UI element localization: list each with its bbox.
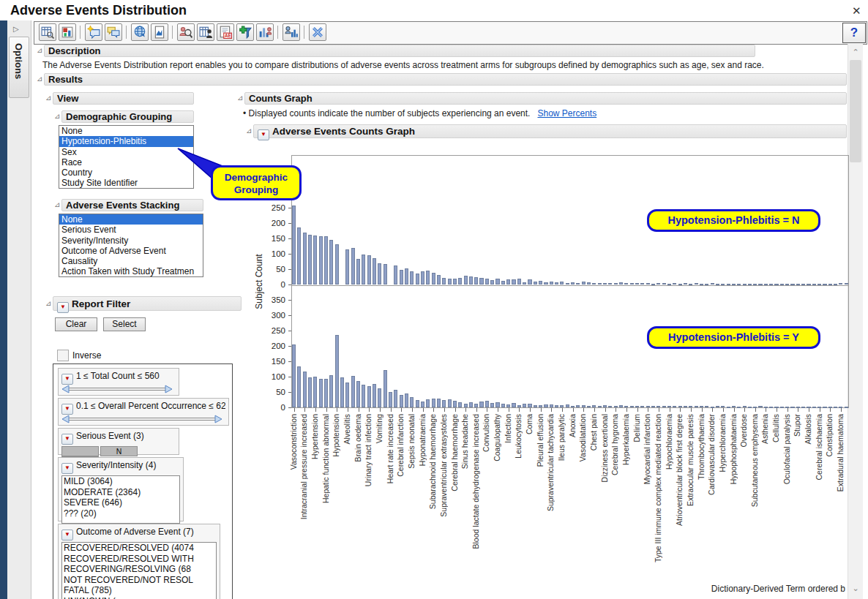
bar[interactable] — [523, 282, 526, 285]
bar[interactable] — [313, 236, 317, 285]
ae-counts-graph-collapse-icon[interactable]: ⊿ — [246, 127, 253, 135]
bar[interactable] — [705, 284, 708, 285]
bar[interactable] — [576, 405, 580, 407]
demographic-grouping-collapse-icon[interactable]: ⊿ — [54, 112, 61, 121]
bar[interactable] — [351, 376, 355, 407]
close-icon[interactable]: ✕ — [852, 4, 861, 18]
filter-menu-icon[interactable]: ▼ — [61, 404, 73, 415]
bar[interactable] — [464, 404, 468, 407]
list-item[interactable]: Severity/Intensity — [59, 236, 203, 246]
bar[interactable] — [410, 271, 414, 285]
bar[interactable] — [571, 406, 575, 408]
bar[interactable] — [801, 407, 805, 408]
bar[interactable] — [608, 283, 612, 285]
bar[interactable] — [512, 403, 515, 407]
bar[interactable] — [571, 282, 575, 285]
bar[interactable] — [566, 404, 569, 407]
subject-counts-icon[interactable] — [256, 23, 274, 41]
bar[interactable] — [624, 283, 628, 285]
bar[interactable] — [506, 279, 510, 285]
subjects-table-icon[interactable] — [197, 23, 214, 41]
bar[interactable] — [769, 284, 773, 285]
bar[interactable] — [780, 284, 784, 285]
bar[interactable] — [335, 244, 339, 285]
filter-list-item[interactable]: SEVERE (646) — [62, 497, 179, 508]
bar[interactable] — [421, 402, 424, 407]
bar[interactable] — [474, 277, 478, 285]
bar[interactable] — [313, 377, 317, 407]
bar[interactable] — [566, 283, 569, 285]
bar[interactable] — [689, 406, 692, 407]
bar[interactable] — [582, 405, 585, 407]
filter-list-item[interactable]: RECOVERING/RESOLVING (68 — [62, 564, 216, 575]
bar[interactable] — [490, 403, 494, 407]
bar[interactable] — [308, 377, 312, 407]
bar[interactable] — [490, 280, 494, 285]
bar[interactable] — [667, 284, 671, 285]
bar[interactable] — [700, 406, 703, 407]
bar[interactable] — [485, 279, 489, 285]
bar[interactable] — [448, 399, 452, 407]
bar[interactable] — [426, 271, 430, 285]
bar[interactable] — [373, 258, 376, 285]
list-item[interactable]: Causality — [59, 256, 203, 266]
bar[interactable] — [716, 406, 719, 407]
list-item[interactable]: None — [59, 126, 193, 136]
bar[interactable] — [721, 284, 725, 285]
list-item[interactable]: Action Taken with Study Treatmen — [59, 266, 203, 276]
bar[interactable] — [517, 405, 521, 407]
bar[interactable] — [356, 259, 360, 285]
bar[interactable] — [603, 283, 607, 285]
bar[interactable] — [555, 282, 558, 285]
add-filter-icon[interactable] — [236, 23, 254, 41]
bar[interactable] — [582, 282, 585, 285]
bar[interactable] — [550, 404, 553, 407]
bar[interactable] — [528, 404, 531, 407]
bar[interactable] — [351, 248, 355, 285]
segment-button[interactable]: N — [100, 446, 138, 456]
bar[interactable] — [512, 279, 515, 285]
bar[interactable] — [711, 283, 714, 285]
bar[interactable] — [378, 388, 381, 407]
inverse-checkbox[interactable] — [57, 350, 69, 361]
bar[interactable] — [506, 404, 510, 407]
bar[interactable] — [635, 283, 639, 285]
bar[interactable] — [555, 405, 558, 407]
bar[interactable] — [437, 399, 441, 407]
bar[interactable] — [560, 405, 564, 407]
report-template-icon[interactable] — [151, 23, 168, 41]
bar[interactable] — [689, 284, 692, 285]
bar[interactable] — [737, 407, 741, 408]
bar[interactable] — [384, 264, 387, 285]
bar[interactable] — [807, 284, 810, 285]
bar[interactable] — [528, 279, 531, 285]
list-item[interactable]: Serious Event — [59, 225, 203, 235]
filter-menu-icon[interactable]: ▼ — [61, 463, 73, 474]
filter-list-item[interactable]: MILD (3064) — [62, 476, 179, 487]
bar[interactable] — [474, 404, 478, 408]
bar[interactable] — [539, 405, 542, 407]
bar[interactable] — [469, 276, 473, 285]
report-filter-menu-icon[interactable]: ▼ — [57, 302, 69, 313]
bar[interactable] — [426, 399, 430, 407]
bar[interactable] — [319, 379, 323, 407]
bar[interactable] — [812, 284, 816, 285]
bar[interactable] — [400, 395, 403, 407]
results-collapse-icon[interactable]: ⊿ — [37, 75, 44, 83]
bar[interactable] — [464, 276, 468, 285]
filter-list-item[interactable]: NOT RECOVERED/NOT RESOL — [62, 575, 216, 586]
bar[interactable] — [845, 407, 848, 408]
bar[interactable] — [297, 227, 301, 285]
scrollbar-thumb[interactable] — [850, 60, 861, 162]
clear-selection-icon[interactable] — [309, 23, 326, 41]
scroll-down-icon[interactable]: ⌄ — [848, 581, 863, 595]
bar[interactable] — [614, 406, 618, 408]
filter-list-item[interactable]: MODERATE (2364) — [62, 487, 179, 498]
bar[interactable] — [437, 275, 441, 285]
clear-button[interactable]: Clear — [55, 317, 97, 331]
bar[interactable] — [812, 407, 816, 408]
bar[interactable] — [737, 284, 741, 285]
bar[interactable] — [667, 406, 671, 407]
bar[interactable] — [656, 406, 660, 408]
bar[interactable] — [823, 407, 826, 408]
